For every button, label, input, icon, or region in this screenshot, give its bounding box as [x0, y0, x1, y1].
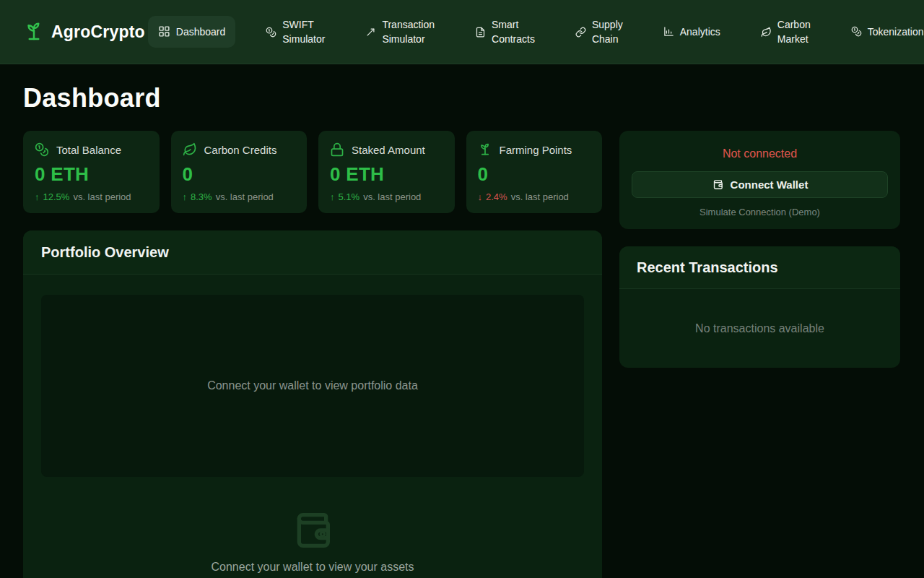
portfolio-overview-panel: Portfolio Overview Connect your wallet t…: [23, 230, 602, 578]
link-icon: [575, 27, 586, 38]
layout-grid-icon: [158, 25, 170, 38]
sprout-icon: [23, 21, 45, 43]
connect-wallet-button[interactable]: Connect Wallet: [632, 171, 888, 198]
stat-value: 0: [183, 163, 296, 186]
stat-label: Carbon Credits: [204, 144, 277, 156]
stat-change-pct: 12.5%: [43, 191, 70, 202]
left-column: Total Balance 0 ETH ↑ 12.5% vs. last per…: [23, 131, 602, 578]
brand: AgroCrypto: [23, 21, 145, 43]
coins-icon: [35, 142, 49, 157]
wallet-connection-panel: Not connected Connect Wallet Simulate Co…: [619, 131, 900, 229]
stat-label: Farming Points: [500, 144, 572, 156]
assets-empty-text: Connect your wallet to view your assets: [211, 561, 414, 574]
stat-change-pct: 2.4%: [486, 191, 507, 202]
nav-item-swift-simulator[interactable]: SWIFT Simulator: [256, 9, 335, 56]
leaf-icon: [183, 142, 197, 157]
portfolio-chart-placeholder: Connect your wallet to view portfolio da…: [41, 295, 584, 477]
stat-value: 0 ETH: [330, 163, 443, 186]
stat-card-carbon-credits: Carbon Credits 0 ↑ 8.3% vs. last period: [171, 131, 308, 213]
trend-arrow-icon: ↑: [330, 191, 335, 202]
top-navigation: AgroCrypto Dashboard SWIFT Simulator: [0, 0, 924, 64]
stat-change-note: vs. last period: [363, 191, 421, 202]
connect-wallet-label: Connect Wallet: [731, 178, 808, 191]
nav-item-carbon-market[interactable]: Carbon Market: [751, 9, 821, 56]
stat-change-pct: 5.1%: [339, 191, 360, 202]
bar-chart-icon: [663, 26, 674, 37]
stat-change-note: vs. last period: [216, 191, 274, 202]
stats-grid: Total Balance 0 ETH ↑ 12.5% vs. last per…: [23, 131, 602, 213]
nav-item-label: Tokenization: [868, 25, 924, 39]
stat-label: Staked Amount: [352, 144, 425, 156]
portfolio-body: Connect your wallet to view portfolio da…: [23, 275, 602, 574]
portfolio-title: Portfolio Overview: [41, 244, 169, 261]
trend-arrow-icon: ↑: [35, 191, 40, 202]
transactions-header: Recent Transactions: [619, 246, 900, 289]
trend-arrow-icon: ↓: [478, 191, 483, 202]
nav-item-transaction-simulator[interactable]: Transaction Simulator: [355, 9, 445, 56]
transactions-empty-state: No transactions available: [619, 289, 900, 368]
assets-empty-state: Connect your wallet to view your assets: [41, 507, 584, 574]
brand-name: AgroCrypto: [51, 22, 145, 42]
nav-item-label: Smart Contracts: [492, 17, 535, 47]
nav-item-smart-contracts[interactable]: Smart Contracts: [465, 9, 545, 56]
nav-item-label: Supply Chain: [592, 17, 623, 47]
stat-card-total-balance: Total Balance 0 ETH ↑ 12.5% vs. last per…: [23, 131, 160, 213]
page-title: Dashboard: [23, 83, 901, 113]
nav-item-label: Analytics: [680, 25, 720, 39]
nav-item-label: Transaction Simulator: [382, 17, 435, 47]
stat-value: 0 ETH: [35, 163, 148, 186]
recent-transactions-panel: Recent Transactions No transactions avai…: [619, 246, 900, 368]
stat-value: 0: [478, 163, 591, 186]
wallet-icon: [289, 507, 336, 553]
nav-item-tokenization[interactable]: Tokenization: [841, 16, 924, 48]
file-text-icon: [475, 27, 486, 38]
portfolio-header: Portfolio Overview: [23, 230, 602, 275]
lock-icon: [330, 142, 344, 157]
nav-item-analytics[interactable]: Analytics: [653, 16, 731, 48]
send-arrow-icon: [365, 27, 376, 38]
coins-icon: [851, 26, 862, 37]
portfolio-chart-placeholder-text: Connect your wallet to view portfolio da…: [207, 379, 418, 392]
nav-item-dashboard[interactable]: Dashboard: [148, 16, 236, 48]
stat-label: Total Balance: [56, 144, 121, 156]
coins-icon: [266, 27, 276, 38]
wallet-icon: [712, 178, 724, 191]
stat-change-note: vs. last period: [511, 191, 569, 202]
transactions-title: Recent Transactions: [637, 259, 778, 276]
stat-card-farming-points: Farming Points 0 ↓ 2.4% vs. last period: [466, 131, 603, 213]
connection-status: Not connected: [632, 147, 888, 160]
leaf-icon: [761, 27, 772, 38]
stat-change-note: vs. last period: [73, 191, 131, 202]
main-grid: Total Balance 0 ETH ↑ 12.5% vs. last per…: [23, 131, 901, 578]
stat-card-staked-amount: Staked Amount 0 ETH ↑ 5.1% vs. last peri…: [318, 131, 455, 213]
nav-item-label: Dashboard: [176, 25, 226, 39]
right-column: Not connected Connect Wallet Simulate Co…: [619, 131, 900, 368]
sprout-icon: [478, 142, 492, 157]
simulate-connection-link[interactable]: Simulate Connection (Demo): [632, 207, 888, 217]
stat-change: ↓ 2.4% vs. last period: [478, 191, 591, 202]
stat-change: ↑ 8.3% vs. last period: [183, 191, 296, 202]
transactions-empty-text: No transactions available: [695, 322, 824, 335]
trend-arrow-icon: ↑: [183, 191, 188, 202]
nav-item-label: Carbon Market: [777, 17, 811, 47]
stat-change: ↑ 5.1% vs. last period: [330, 191, 443, 202]
stat-change-pct: 8.3%: [191, 191, 212, 202]
nav-items: Dashboard SWIFT Simulator Transaction Si…: [148, 9, 924, 56]
nav-item-label: SWIFT Simulator: [282, 17, 325, 47]
main-content: Dashboard Total Balance 0 ETH: [0, 83, 924, 578]
stat-change: ↑ 12.5% vs. last period: [35, 191, 148, 202]
nav-item-supply-chain[interactable]: Supply Chain: [565, 9, 633, 56]
